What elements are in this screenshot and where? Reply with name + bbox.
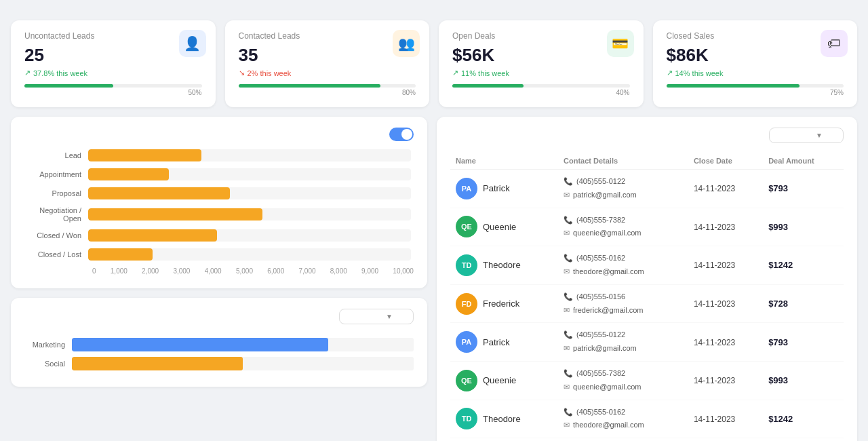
deal-amount-cell: $728 [763,438,844,441]
contact-phone: (405)555-7382 [576,367,625,381]
vbar-fill [72,338,328,351]
hbar-track [88,168,411,180]
table-row: TD Theodore 📞 (405)555-0162 ✉ theodore@g… [450,246,844,285]
deals-table-col-header: Name [450,153,558,170]
progress-label: 80% [239,89,416,96]
name-cell: PA Patrick [450,170,558,208]
hbar-x-label: 7,000 [299,267,316,275]
stat-change-text: 11% this week [461,69,509,77]
close-date-cell: 14-11-2023 [688,246,763,285]
hbar-fill [88,168,169,180]
chevron-down-icon-2: ▼ [816,132,823,139]
vbar-track [72,357,414,370]
name-cell: TD Theodore [450,400,558,438]
phone-icon: 📞 [564,214,573,227]
hbar-label: Proposal [27,189,88,197]
name-cell: QE Queenie [450,361,558,400]
stat-card-closed-sales: 🏷 Closed Sales $86K ↗ 14% this week 75% [653,20,858,107]
deals-table-col-header: Deal Amount [763,153,844,170]
contact-phone: (405)555-0122 [576,328,625,342]
hbar-track [88,149,411,161]
close-date: 14-11-2023 [694,261,735,270]
name-cell: FD Frederick [450,284,558,323]
hbar-label: Negotiation /Open [27,206,88,223]
close-date-cell: 14-11-2023 [688,208,763,246]
stat-value-contacted-leads: 35 [239,45,416,66]
hbar-x-label: 6,000 [267,267,284,275]
stat-change-closed-sales: ↗ 14% this week [667,69,844,77]
progress-label: 50% [24,89,202,96]
close-date-cell: 14-11-2023 [688,170,763,208]
email-icon: ✉ [564,189,570,202]
phone-icon: 📞 [564,252,573,265]
hbar-label: Closed / Won [27,231,88,239]
deals-dropdown[interactable]: ▼ [769,128,844,143]
contact-cell: 📞 (405)555-7382 ✉ queenie@gmail.com [558,208,688,246]
stat-icon-open-deals: 💳 [607,30,634,57]
email-icon: ✉ [564,419,570,432]
hbar-fill [88,229,217,242]
hbar-label: Closed / Lost [27,250,88,258]
deals-table-col-header: Close Date [688,153,763,170]
contact-email: patrick@gmail.com [573,342,637,356]
chevron-down-icon: ▼ [386,313,393,320]
hbar-x-label: 4,000 [205,267,222,275]
contact-phone: (405)555-0122 [576,175,625,189]
hbar-track [88,248,411,261]
table-row: FD Frederick 📞 (405)555-0156 ✉ frederick… [450,438,844,441]
page-container: 👤 Uncontacted Leads 25 ↗ 37.8% this week… [0,0,868,441]
email-icon: ✉ [564,381,570,394]
name-cell: PA Patrick [450,323,558,362]
toggle-switch[interactable] [389,128,414,141]
contact-name: Theodore [483,260,521,270]
toggle-knob [401,129,412,140]
contact-cell: 📞 (405)555-0122 ✉ patrick@gmail.com [558,323,688,362]
table-row: QE Queenie 📞 (405)555-7382 ✉ queenie@gma… [450,208,844,246]
hbar-label: Appointment [27,170,88,178]
stat-label-uncontacted-leads: Uncontacted Leads [24,31,202,41]
vbar-row: Marketing [24,338,414,351]
deal-amount-cell: $993 [763,361,844,400]
name-cell: FD Frederick [450,438,558,441]
deals-by-stage-card: Lead Appointment Proposal Negotiation /O… [11,117,427,288]
close-date: 14-11-2023 [694,184,735,193]
close-date-cell: 14-11-2023 [688,438,763,441]
stat-value-closed-sales: $86K [667,45,844,66]
vbar-fill [72,357,243,370]
hbar-x-label: 1,000 [111,267,127,275]
vbar-row: Social [24,357,414,370]
arrow-icon: ↗ [667,69,673,77]
vbar-track [72,338,414,351]
close-date-cell: 14-11-2023 [688,284,763,323]
hbar-fill [88,187,230,199]
deal-amount: $1242 [768,260,793,270]
leads-source-header: ▼ [24,309,414,324]
deals-table: NameContact DetailsClose DateDeal Amount… [450,153,844,441]
arrow-icon: ↗ [24,69,31,77]
stat-change-text: 37.8% this week [33,69,87,77]
contact-name: Queenie [483,375,516,385]
contact-email: queenie@gmail.com [573,227,641,240]
phone-icon: 📞 [564,290,573,304]
contact-phone: (405)555-7382 [576,214,625,227]
phone-icon: 📞 [564,367,573,381]
close-date: 14-11-2023 [694,223,735,232]
hbar-fill [88,208,262,220]
stat-change-open-deals: ↗ 11% this week [452,69,630,77]
arrow-icon: ↘ [239,69,245,77]
leads-source-dropdown[interactable]: ▼ [339,309,414,324]
progress-bar-container [24,84,202,88]
deal-amount-cell: $793 [763,323,844,362]
contact-email: patrick@gmail.com [573,189,637,202]
hbar-x-label: 9,000 [361,267,378,275]
hbar-track [88,187,411,199]
email-icon: ✉ [564,304,570,318]
avatar: TD [456,408,477,429]
hbar-x-label: 0 [92,267,96,275]
stat-card-open-deals: 💳 Open Deals $56K ↗ 11% this week 40% [439,20,644,107]
hbar-label: Lead [27,151,88,159]
progress-bar [667,84,800,88]
deal-amount-cell: $1242 [763,400,844,438]
table-row: PA Patrick 📞 (405)555-0122 ✉ patrick@gma… [450,323,844,362]
stat-icon-uncontacted-leads: 👤 [179,30,206,57]
